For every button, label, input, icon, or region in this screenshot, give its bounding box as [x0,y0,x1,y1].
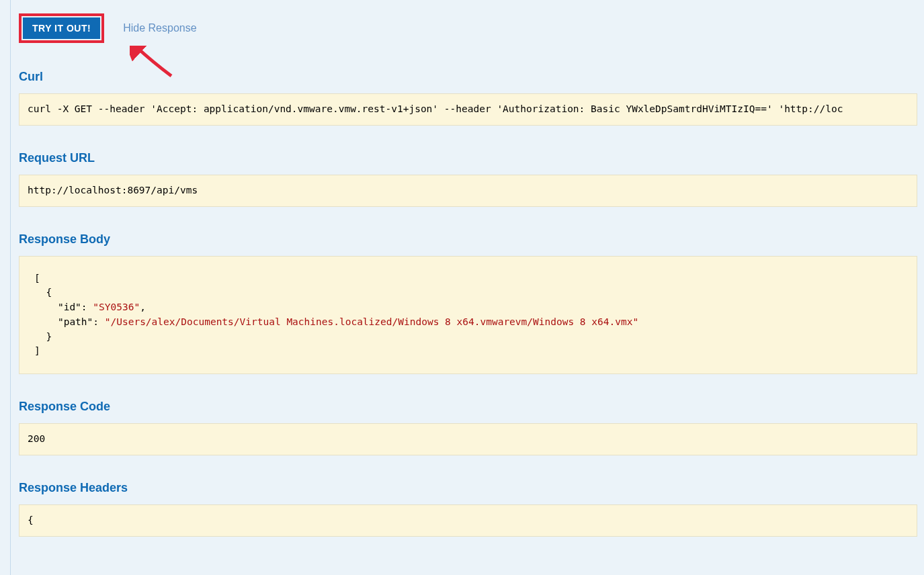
json-text: ] [34,345,40,356]
response-body-output: [ { "id": "SY0536", "path": "/Users/alex… [19,256,917,375]
json-text: { [34,287,52,298]
response-body-section: Response Body [ { "id": "SY0536", "path"… [19,232,917,375]
curl-output: curl -X GET --header 'Accept: applicatio… [19,93,917,126]
json-text: [ [34,273,40,283]
curl-section: Curl curl -X GET --header 'Accept: appli… [19,70,917,126]
hide-response-link[interactable]: Hide Response [123,22,196,34]
json-text: } [34,331,52,342]
response-headers-output: { [19,504,917,537]
json-text: "id": [34,302,93,312]
response-code-heading: Response Code [19,400,917,414]
json-text: "SY0536" [93,302,140,312]
curl-heading: Curl [19,70,917,84]
response-code-output: 200 [19,423,917,455]
response-body-heading: Response Body [19,232,917,247]
json-text: "/Users/alex/Documents/Virtual Machines.… [105,316,638,327]
api-response-panel: TRY IT OUT! Hide Response Curl curl -X G… [10,0,924,575]
response-headers-heading: Response Headers [19,481,917,495]
request-url-section: Request URL http://localhost:8697/api/vm… [19,151,917,207]
request-url-heading: Request URL [19,151,917,165]
json-text: , [140,302,146,312]
json-text: "path": [34,316,105,327]
response-code-section: Response Code 200 [19,400,917,455]
response-headers-section: Response Headers { [19,481,917,537]
try-button-highlight-box: TRY IT OUT! [19,13,104,43]
action-row: TRY IT OUT! Hide Response [19,13,917,43]
try-it-out-button[interactable]: TRY IT OUT! [23,17,100,39]
request-url-output: http://localhost:8697/api/vms [19,175,917,207]
